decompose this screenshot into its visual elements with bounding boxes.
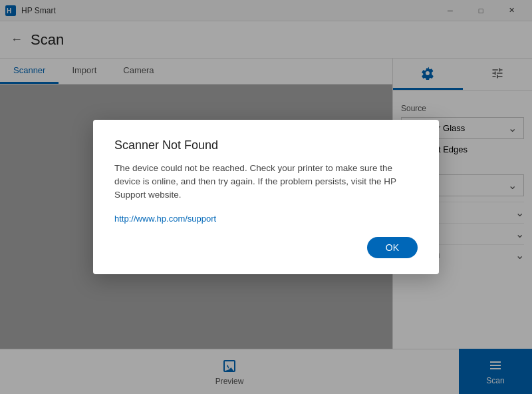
- support-link[interactable]: http://www.hp.com/support: [114, 214, 216, 224]
- dialog-footer: OK: [114, 237, 418, 258]
- dialog-body: The device could not be reached. Check y…: [114, 162, 418, 202]
- ok-button[interactable]: OK: [367, 237, 418, 258]
- scanner-not-found-dialog: Scanner Not Found The device could not b…: [93, 120, 439, 275]
- dialog-overlay: Scanner Not Found The device could not b…: [0, 0, 532, 394]
- dialog-title: Scanner Not Found: [114, 138, 418, 152]
